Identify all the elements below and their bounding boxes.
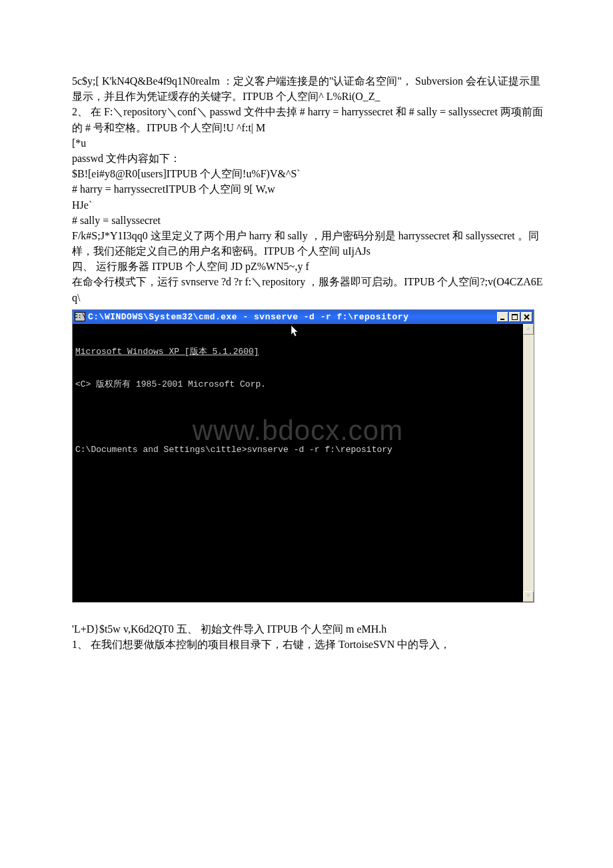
window-buttons xyxy=(497,312,532,322)
document-page: 5c$y;[ K'kN4Q&Be4f9q1N0realm ：定义客户端连接是的"… xyxy=(0,0,613,868)
close-button[interactable] xyxy=(521,312,532,322)
titlebar[interactable]: C:\ C:\WINDOWS\System32\cmd.exe - svnser… xyxy=(73,310,534,324)
body-text: 5c$y;[ K'kN4Q&Be4f9q1N0realm ：定义客户端连接是的"… xyxy=(72,73,543,305)
paragraph: 'L+D}$t5w v,K6d2QT0 五、 初始文件导入 ITPUB 个人空间… xyxy=(72,621,543,637)
terminal-line xyxy=(75,412,531,423)
terminal-line: <C> 版权所有 1985-2001 Microsoft Corp. xyxy=(75,379,531,390)
terminal-output: Microsoft Windows XP [版本 5.1.2600] <C> 版… xyxy=(73,324,534,479)
cmd-window: C:\ C:\WINDOWS\System32\cmd.exe - svnser… xyxy=(72,309,534,603)
window-title: C:\WINDOWS\System32\cmd.exe - svnserve -… xyxy=(88,311,497,324)
paragraph: 在命令行模式下，运行 svnserve ?d ?r f:＼repository … xyxy=(72,274,543,305)
paragraph: $B![ei#y8@R0[users]ITPUB 个人空间!u%F)V&^S` xyxy=(72,166,543,181)
maximize-button[interactable] xyxy=(509,312,520,322)
paragraph: passwd 文件内容如下： xyxy=(72,151,543,166)
paragraph: [*u xyxy=(72,135,543,151)
paragraph: 5c$y;[ K'kN4Q&Be4f9q1N0realm ：定义客户端连接是的"… xyxy=(72,73,543,104)
svg-rect-2 xyxy=(512,314,518,315)
svg-rect-0 xyxy=(500,319,504,320)
paragraph: # harry = harryssecretITPUB 个人空间 9[ W,w xyxy=(72,181,543,197)
terminal-line: Microsoft Windows XP [版本 5.1.2600] xyxy=(75,347,531,357)
paragraph: 2、 在 F:＼repository＼conf＼ passwd 文件中去掉 # … xyxy=(72,104,543,135)
minimize-button[interactable] xyxy=(497,312,508,322)
body-text-after: 'L+D}$t5w v,K6d2QT0 五、 初始文件导入 ITPUB 个人空间… xyxy=(72,621,543,652)
terminal-body[interactable]: Microsoft Windows XP [版本 5.1.2600] <C> 版… xyxy=(73,324,534,602)
paragraph: 1、 在我们想要做版本控制的项目根目录下，右键，选择 TortoiseSVN 中… xyxy=(72,637,543,652)
scrollbar[interactable]: ▲ ▼ xyxy=(523,324,534,602)
paragraph: 四、 运行服务器 ITPUB 个人空间 JD pZ%WN5~,y f xyxy=(72,259,543,274)
scroll-track[interactable] xyxy=(523,335,534,591)
terminal-line: C:\Documents and Settings\cittle>svnserv… xyxy=(75,445,531,455)
scroll-up-button[interactable]: ▲ xyxy=(523,324,534,335)
paragraph: # sally = sallyssecret xyxy=(72,213,543,228)
cmd-icon: C:\ xyxy=(75,312,85,321)
scroll-down-button[interactable]: ▼ xyxy=(523,591,534,602)
paragraph: F/k#S;J*Y1I3qq0 这里定义了两个用户 harry 和 sally … xyxy=(72,228,543,259)
paragraph: HJe` xyxy=(72,197,543,213)
